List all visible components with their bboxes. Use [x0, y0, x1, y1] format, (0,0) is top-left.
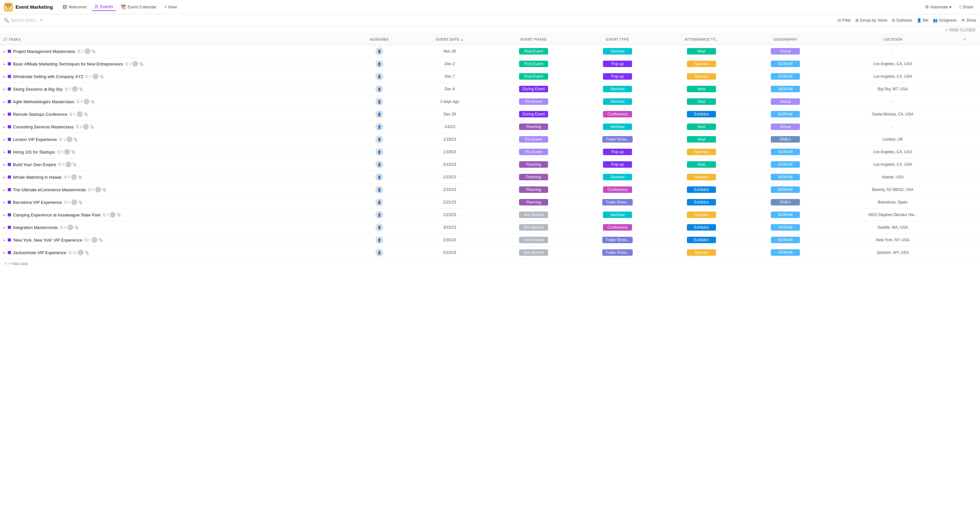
attachment-icon: 📎: [91, 100, 95, 104]
task-meta: ⛓9 📎: [76, 99, 95, 105]
filter-button[interactable]: ⊟ Filter: [838, 18, 851, 22]
task-cell[interactable]: ▶ Integration Masterminds ⛓9 📎: [0, 221, 349, 234]
table-row: ▶ The Ultimate eCommerce Masterminds ⛓8 …: [0, 184, 980, 196]
location-value: Jackson, WY, USA: [877, 250, 909, 255]
subtask-icon: ⛓: [64, 200, 67, 204]
task-cell[interactable]: ▶ Build Your Own Empire ⛓9 📎: [0, 158, 349, 171]
task-cell[interactable]: ▶ Project Management Masterclass ⛓1 📎: [0, 45, 349, 58]
tab-view-add[interactable]: + View: [161, 3, 180, 11]
task-cell[interactable]: ▶ 'New York, New York' VIP Experience ⛓9…: [0, 234, 349, 246]
date-value: Dec 8: [445, 87, 455, 91]
row-expand-icon[interactable]: ▶: [3, 201, 6, 204]
type-badge: Pop-up: [603, 149, 632, 155]
geography-cell: NORAM: [745, 171, 826, 184]
date-cell: Nov 28: [409, 45, 490, 58]
automate-button[interactable]: ⚙ Automate ▾: [923, 3, 955, 11]
hide-closed-label[interactable]: ✓ HIDE CLOSED: [945, 28, 975, 32]
phase-badge: Pre-Event: [519, 149, 548, 155]
row-expand-icon[interactable]: ▶: [3, 113, 6, 116]
assignee-cell: 👤: [349, 70, 409, 83]
tab-events[interactable]: ☰ Events: [91, 3, 116, 11]
row-expand-icon[interactable]: ▶: [3, 62, 6, 66]
location-cell: Los Angeles, CA, USA: [826, 158, 960, 171]
new-task-label: + New task: [9, 262, 28, 266]
location-cell: Los Angeles, CA, USA: [826, 146, 960, 158]
assignee-avatar: 👤: [375, 148, 383, 156]
table-row: ▶ Basic Affiliate Marketing Techniques f…: [0, 58, 980, 70]
geography-cell: NORAM: [745, 58, 826, 70]
assignees-icon: 👥: [933, 18, 938, 22]
search-dropdown-icon[interactable]: ▾: [41, 18, 42, 22]
tab-calendar[interactable]: 📆 Event Calendar: [118, 3, 160, 11]
row-expand-icon[interactable]: ▶: [3, 226, 6, 229]
task-cell[interactable]: ▶ Consulting Services Masterclass ⛓9 📎: [0, 121, 349, 133]
task-name-label: Consulting Services Masterclass: [13, 124, 73, 129]
task-cell[interactable]: ▶ Hiring 101 for Startups ⛓9 📎: [0, 146, 349, 158]
attendance-badge: Host: [687, 161, 716, 168]
row-expand-icon[interactable]: ▶: [3, 150, 6, 154]
subtasks-button[interactable]: ⊟ Subtasks: [892, 18, 912, 22]
filter-icon: ⊟: [838, 18, 841, 22]
task-cell[interactable]: ▶ London VIP Experience ⛓3 📎: [0, 133, 349, 146]
avatar-placeholder: [64, 149, 70, 155]
task-meta: ⛓2 📎: [85, 73, 104, 79]
row-expand-icon[interactable]: ▶: [3, 175, 6, 179]
attendance-cell: Host: [658, 45, 745, 58]
col-header-count: 17 TASKS: [0, 34, 349, 45]
search-box[interactable]: 🔍 Search tasks... ▾: [4, 18, 42, 22]
phase-badge: Not Started: [519, 211, 548, 218]
location-cell: London, UK: [826, 133, 960, 146]
row-expand-icon[interactable]: ▶: [3, 125, 6, 129]
task-cell[interactable]: ▶ Agile Methodologies Masterclass ⛓9 📎: [0, 95, 349, 108]
type-badge: Trade Show...: [602, 136, 633, 143]
row-expand-icon[interactable]: ▶: [3, 87, 6, 91]
type-cell: Seminar: [577, 95, 658, 108]
task-cell[interactable]: ▶ The Ultimate eCommerce Masterminds ⛓8 …: [0, 184, 349, 196]
type-cell: Trade Show...: [577, 196, 658, 209]
phase-badge: Planning: [519, 199, 548, 205]
location-value: Barcelona, Spain: [878, 200, 907, 205]
share-button[interactable]: ⟨ Share: [957, 3, 976, 11]
me-button[interactable]: 👤 Me: [917, 18, 928, 22]
task-cell[interactable]: ▶ Whale Watching in Hawaii ⛓9 📎: [0, 171, 349, 184]
top-nav: 📅 Event Marketing 🖼 Welcome! ☰ Events 📆 …: [0, 0, 980, 14]
row-expand-icon[interactable]: ▶: [3, 163, 6, 167]
col-header-add[interactable]: +: [960, 34, 980, 45]
row-expand-icon[interactable]: ▶: [3, 50, 6, 53]
assignees-button[interactable]: 👥 Assignees: [933, 18, 957, 22]
task-cell[interactable]: ▶ Camping Experience at Assateague State…: [0, 209, 349, 221]
row-expand-icon[interactable]: ▶: [3, 238, 6, 242]
task-color-dot: [8, 226, 11, 229]
row-expand-icon[interactable]: ▶: [3, 100, 6, 103]
date-value: 2/21/23: [443, 200, 456, 205]
hide-closed-bar: ✓ HIDE CLOSED: [0, 27, 980, 34]
location-cell: Santa Monica, CA, USA: [826, 108, 960, 121]
task-cell[interactable]: ▶ Skiing Sessions at Big Sky ⛓9 📎: [0, 83, 349, 95]
row-expand-icon[interactable]: ▶: [3, 75, 6, 78]
task-cell[interactable]: ▶ Jacksonhole VIP Experience ⛓18 📎: [0, 246, 349, 259]
show-button[interactable]: 👁 Show: [961, 18, 976, 22]
location-value: Los Angeles, CA, USA: [873, 162, 912, 167]
assignee-cell: 👤: [349, 246, 409, 259]
new-task-button[interactable]: + + New task: [0, 259, 980, 269]
tab-welcome[interactable]: 🖼 Welcome!: [59, 3, 91, 11]
row-expand-icon[interactable]: ▶: [3, 213, 6, 217]
phase-badge: Planning: [519, 124, 548, 130]
attachment-icon: 📎: [73, 137, 78, 141]
task-cell[interactable]: ▶ Remote Startups Conference ⛓1 📎: [0, 108, 349, 121]
task-color-dot: [8, 201, 11, 204]
assignee-cell: 👤: [349, 221, 409, 234]
row-expand-icon[interactable]: ▶: [3, 138, 6, 141]
task-meta: ⛓1 📎: [69, 111, 88, 117]
table-row: ▶ 'New York, New York' VIP Experience ⛓9…: [0, 234, 980, 246]
location-cell: Los Angeles, CA, USA: [826, 58, 960, 70]
task-cell[interactable]: ▶ Barcelona VIP Experience ⛓9 📎: [0, 196, 349, 209]
row-expand-icon[interactable]: ▶: [3, 188, 6, 192]
group-by-button[interactable]: ⊞ Group by: None: [855, 18, 887, 22]
assignee-cell: 👤: [349, 133, 409, 146]
task-color-dot: [8, 188, 11, 191]
task-cell[interactable]: ▶ Basic Affiliate Marketing Techniques f…: [0, 58, 349, 70]
task-cell[interactable]: ▶ Wholesale Selling with Company XYZ ⛓2 …: [0, 70, 349, 83]
row-expand-icon[interactable]: ▶: [3, 251, 6, 254]
geography-cell: NORAM: [745, 209, 826, 221]
